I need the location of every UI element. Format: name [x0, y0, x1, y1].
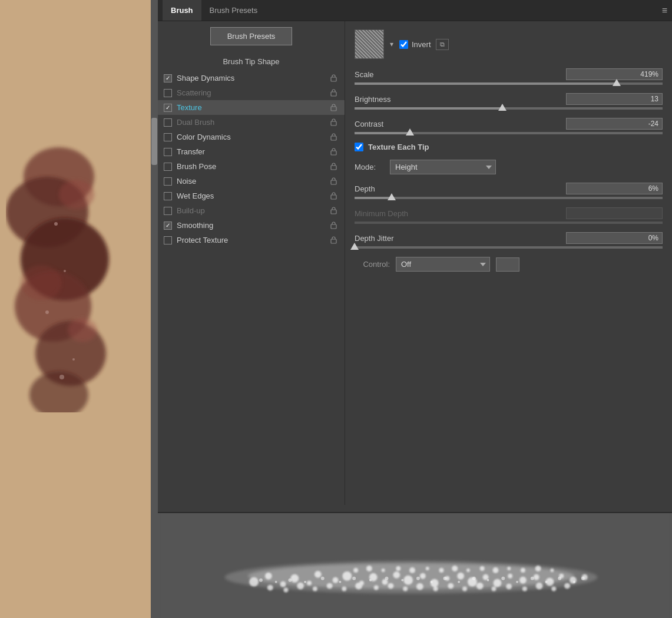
svg-point-34	[315, 571, 322, 578]
svg-point-107	[487, 579, 489, 581]
svg-point-111	[545, 581, 548, 583]
brush-item-smoothing[interactable]: Smoothing	[158, 218, 345, 233]
svg-point-87	[493, 567, 499, 573]
brightness-value[interactable]	[566, 93, 663, 105]
texture-thumbnail[interactable]	[355, 29, 384, 59]
scrollbar[interactable]	[151, 0, 158, 618]
brush-item-brush-pose[interactable]: Brush Pose	[158, 159, 345, 174]
mode-select[interactable]: Height Normal Multiply Subtract Divide C…	[390, 160, 496, 174]
svg-point-74	[536, 583, 543, 590]
svg-point-78	[366, 566, 372, 571]
scale-label: Scale	[355, 70, 374, 79]
checkbox-dual-brush[interactable]	[164, 118, 172, 127]
checkbox-wet-edges[interactable]	[164, 192, 172, 200]
svg-point-42	[420, 573, 426, 579]
checkbox-build-up[interactable]	[164, 207, 172, 215]
brush-item-texture[interactable]: Texture	[158, 100, 345, 115]
svg-point-73	[522, 587, 527, 591]
svg-point-31	[280, 581, 286, 587]
brush-item-color-dynamics[interactable]: Color Dynamics	[158, 130, 345, 144]
depth-slider-track[interactable]	[355, 197, 663, 199]
contrast-slider-track[interactable]	[355, 132, 663, 134]
brightness-slider-track[interactable]	[355, 107, 663, 110]
brush-item-scattering[interactable]: Scattering	[158, 85, 345, 100]
svg-point-11	[45, 310, 49, 314]
depth-value[interactable]	[566, 183, 663, 194]
brush-item-wet-edges[interactable]: Wet Edges	[158, 189, 345, 203]
lock-icon-dual-brush	[330, 118, 337, 127]
control-extra-box	[496, 257, 519, 272]
depth-jitter-slider-thumb[interactable]	[350, 243, 359, 250]
control-label: Control:	[355, 260, 390, 269]
scale-value[interactable]	[566, 68, 663, 80]
scale-slider-track[interactable]	[355, 82, 663, 85]
brush-item-label-smoothing: Smoothing	[177, 221, 327, 230]
texture-each-tip-row: Texture Each Tip	[355, 143, 663, 151]
scale-row: Scale	[355, 68, 663, 85]
brush-item-shape-dynamics[interactable]: Shape Dynamics	[158, 71, 345, 85]
svg-point-114	[581, 577, 585, 580]
checkbox-smoothing[interactable]	[164, 222, 172, 230]
brush-item-noise[interactable]: Noise	[158, 174, 345, 189]
brightness-row: Brightness	[355, 93, 663, 110]
svg-rect-19	[331, 151, 336, 155]
tab-brush[interactable]: Brush	[163, 0, 201, 21]
content-area: Brush Presets Brush Tip Shape Shape Dyna…	[158, 21, 672, 505]
svg-point-80	[396, 566, 400, 571]
brush-item-dual-brush[interactable]: Dual Brush	[158, 115, 345, 130]
depth-label: Depth	[355, 184, 375, 193]
contrast-row: Contrast	[355, 118, 663, 134]
checkbox-color-dynamics[interactable]	[164, 133, 172, 141]
checkbox-texture[interactable]	[164, 104, 172, 112]
paste-button[interactable]: ⧉	[436, 39, 449, 50]
brush-item-label-protect-texture: Protect Texture	[177, 236, 327, 244]
svg-point-41	[403, 576, 413, 585]
tab-brush-presets[interactable]: Brush Presets	[201, 0, 266, 21]
checkbox-shape-dynamics[interactable]	[164, 74, 172, 82]
contrast-value[interactable]	[566, 118, 663, 130]
invert-checkbox[interactable]	[399, 40, 408, 49]
texture-each-tip-checkbox[interactable]	[355, 143, 363, 151]
lock-icon-wet-edges	[330, 192, 337, 200]
svg-point-32	[290, 574, 299, 583]
svg-point-106	[472, 577, 476, 580]
checkbox-brush-pose[interactable]	[164, 163, 172, 171]
scale-slider-thumb[interactable]	[613, 79, 621, 86]
svg-point-98	[352, 577, 356, 580]
brush-item-protect-texture[interactable]: Protect Texture	[158, 233, 345, 247]
checkbox-scattering[interactable]	[164, 89, 172, 97]
svg-point-67	[433, 587, 438, 591]
svg-point-54	[570, 577, 577, 584]
tab-menu-icon[interactable]: ≡	[662, 5, 667, 16]
depth-slider-thumb[interactable]	[388, 193, 396, 200]
checkbox-protect-texture[interactable]	[164, 236, 172, 244]
svg-point-105	[458, 581, 460, 583]
contrast-slider-thumb[interactable]	[406, 128, 414, 136]
svg-point-103	[431, 581, 433, 583]
depth-jitter-slider-track[interactable]	[355, 246, 663, 249]
svg-point-59	[313, 587, 317, 591]
depth-row: Depth	[355, 183, 663, 199]
brush-stroke-canvas	[6, 106, 135, 412]
svg-point-70	[476, 583, 484, 590]
texture-dropdown-button[interactable]: ▾	[389, 40, 395, 48]
lock-icon-build-up	[330, 207, 337, 215]
brightness-slider-thumb[interactable]	[498, 104, 507, 111]
brush-presets-button[interactable]: Brush Presets	[210, 27, 293, 45]
checkbox-noise[interactable]	[164, 177, 172, 186]
depth-jitter-value[interactable]	[566, 232, 663, 244]
brush-item-label-build-up: Build-up	[177, 206, 327, 215]
brush-item-label-scattering: Scattering	[177, 88, 327, 97]
svg-point-68	[448, 583, 453, 589]
svg-point-81	[409, 567, 415, 573]
svg-point-10	[64, 270, 66, 272]
checkbox-transfer[interactable]	[164, 148, 172, 156]
tab-bar: Brush Brush Presets ≡	[158, 0, 672, 21]
scrollbar-thumb[interactable]	[151, 118, 157, 165]
brush-item-build-up[interactable]: Build-up	[158, 203, 345, 218]
lock-icon-noise	[330, 177, 337, 186]
control-select[interactable]: Off Fade Pen Pressure Pen Tilt Stylus Wh…	[396, 257, 490, 272]
brush-item-transfer[interactable]: Transfer	[158, 144, 345, 159]
svg-point-56	[267, 585, 273, 591]
svg-point-43	[431, 579, 439, 587]
